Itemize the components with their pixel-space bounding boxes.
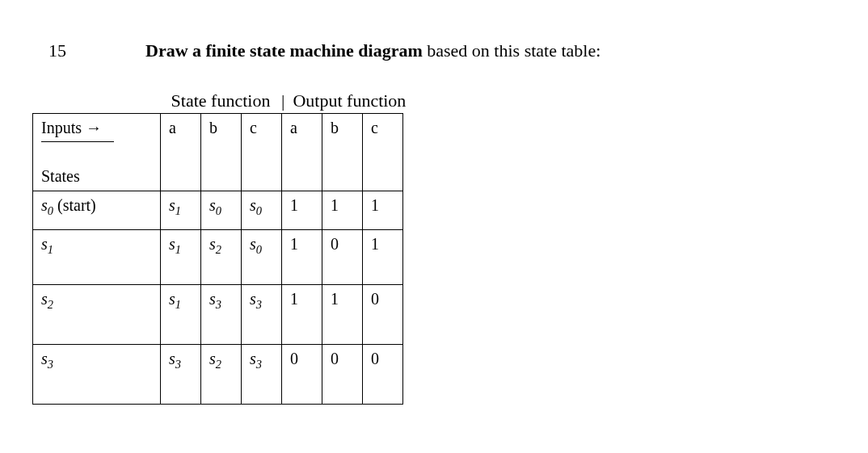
- cell: 0: [363, 285, 403, 345]
- cell: 1: [363, 230, 403, 285]
- cell: 0: [322, 345, 363, 405]
- arrow-right-icon: →: [86, 119, 102, 136]
- cell: s3: [242, 345, 282, 405]
- col-header: b: [322, 114, 363, 191]
- cell: 0: [363, 345, 403, 405]
- question-prompt: Draw a finite state machine diagram base…: [145, 40, 600, 61]
- question-header: 15 Draw a finite state machine diagram b…: [32, 40, 836, 61]
- cell: 1: [282, 285, 322, 345]
- cell: s3: [201, 285, 242, 345]
- cell: 1: [282, 230, 322, 285]
- cell: s2: [201, 345, 242, 405]
- group-header-state: State function: [160, 90, 281, 111]
- cell: s1: [161, 191, 201, 230]
- state-table-wrap: State function | Output function Inputs …: [32, 90, 836, 405]
- cell: 0: [282, 345, 322, 405]
- group-header-row: State function | Output function: [160, 90, 836, 111]
- cell: s1: [161, 285, 201, 345]
- col-header: a: [161, 114, 201, 191]
- table-row: s2 s1 s3 s3 1 1 0: [33, 285, 403, 345]
- cell: s0: [242, 191, 282, 230]
- cell: s0: [242, 230, 282, 285]
- state-cell: s1: [33, 230, 161, 285]
- prompt-bold: Draw a finite state machine diagram: [145, 40, 423, 61]
- col-header: c: [242, 114, 282, 191]
- table-header-row: Inputs → States a b c a b c: [33, 114, 403, 191]
- table-row: s1 s1 s2 s0 1 0 1: [33, 230, 403, 285]
- inputs-label: Inputs →: [41, 119, 102, 137]
- header-corner-cell: Inputs → States: [33, 114, 161, 191]
- cell: 1: [282, 191, 322, 230]
- cell: 1: [363, 191, 403, 230]
- cell: s3: [242, 285, 282, 345]
- prompt-rest: based on this state table:: [423, 40, 601, 61]
- cell: s0: [201, 191, 242, 230]
- state-table: Inputs → States a b c a b c s0 (start) s…: [32, 113, 403, 405]
- state-cell: s3: [33, 345, 161, 405]
- question-number: 15: [32, 40, 145, 61]
- divider-line: [41, 141, 114, 142]
- states-label: States: [41, 167, 80, 186]
- col-header: c: [363, 114, 403, 191]
- cell: 0: [322, 230, 363, 285]
- col-header: b: [201, 114, 242, 191]
- cell: 1: [322, 285, 363, 345]
- col-header: a: [282, 114, 322, 191]
- cell: s1: [161, 230, 201, 285]
- cell: s3: [161, 345, 201, 405]
- table-row: s3 s3 s2 s3 0 0 0: [33, 345, 403, 405]
- table-row: s0 (start) s1 s0 s0 1 1 1: [33, 191, 403, 230]
- state-cell: s2: [33, 285, 161, 345]
- cell: 1: [322, 191, 363, 230]
- state-cell: s0 (start): [33, 191, 161, 230]
- cell: s2: [201, 230, 242, 285]
- group-header-output: Output function: [284, 90, 414, 111]
